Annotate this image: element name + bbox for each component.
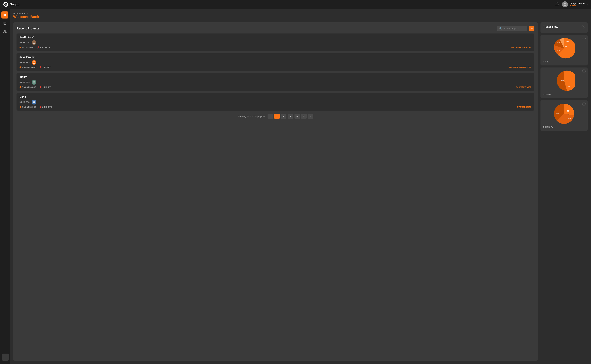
svg-rect-5 — [5, 14, 6, 15]
svg-text:33%: 33% — [568, 117, 571, 119]
svg-rect-4 — [4, 14, 5, 15]
members-label: MEMBERS: — [20, 81, 30, 83]
stats-title-card: Ticket Stats ? — [540, 22, 588, 33]
type-label: TYPE — [543, 61, 585, 63]
svg-text:19%: 19% — [556, 113, 559, 115]
svg-text:19%: 19% — [557, 49, 560, 51]
page-3-button[interactable]: 3 — [288, 114, 293, 119]
svg-text:48%: 48% — [567, 110, 570, 112]
project-author: BY KRISHNAN MASTER — [509, 66, 532, 68]
greeting: Good afternoon Welcome Back! — [13, 12, 588, 20]
priority-label: PRIORITY — [543, 126, 585, 128]
project-card: Ticket MEMBERS: — [17, 73, 534, 91]
content-area: Good afternoon Welcome Back! Recent Proj… — [10, 9, 591, 364]
project-tickets: 📌 6 TICKETS — [37, 46, 50, 49]
pin-icon: 📌 — [37, 46, 39, 49]
page-2-button[interactable]: 2 — [281, 114, 286, 119]
project-name: Portfolio v3 — [20, 36, 532, 39]
svg-text:14%: 14% — [567, 86, 570, 87]
project-meta: 23 DAYS AGO 📌 6 TICKETS — [20, 46, 50, 49]
info-icon[interactable]: i — [582, 37, 586, 40]
project-footer: 5 MONTHS AGO 📌 2 TICKETS BY USERDEMO — [20, 106, 532, 108]
members-row: MEMBERS: — [20, 40, 532, 45]
project-footer: 5 MONTHS AGO 📌 1 TICKET BY WQEEW WEE — [20, 86, 532, 88]
avatar — [32, 40, 36, 45]
sidebar-item-dashboard[interactable] — [1, 12, 8, 19]
stats-title: Ticket Stats — [543, 25, 558, 28]
expand-sidebar-button[interactable]: › — [2, 354, 9, 361]
svg-text:10%: 10% — [566, 41, 570, 43]
dot-icon — [20, 86, 21, 88]
project-author: BY OKOYE CHARLES — [511, 46, 532, 48]
info-icon[interactable]: ? — [582, 25, 585, 28]
user-info[interactable]: Okoye Charles ADMIN ▾ — [562, 1, 588, 7]
project-author: BY WQEEW WEE — [516, 86, 532, 88]
search-box[interactable]: 🔍 — [497, 26, 527, 31]
main-layout: Good afternoon Welcome Back! Recent Proj… — [0, 9, 591, 364]
project-meta: 5 MONTHS AGO 📌 2 TICKETS — [20, 106, 52, 108]
sidebar-item-tickets[interactable] — [1, 20, 8, 27]
logo-area: Buggo — [3, 2, 19, 7]
project-age: 5 MONTHS AGO — [20, 106, 36, 108]
project-meta: 4 MONTHS AGO 📌 1 TICKET — [20, 66, 51, 69]
avatar — [562, 1, 568, 7]
user-name-block: Okoye Charles ADMIN — [570, 2, 585, 7]
sidebar-item-team[interactable] — [1, 28, 8, 35]
status-label: STATUS — [543, 93, 585, 95]
greeting-sub: Good afternoon — [13, 12, 588, 15]
info-icon[interactable]: i — [582, 70, 586, 73]
page-5-button[interactable]: 5 — [301, 114, 307, 119]
add-project-button[interactable]: + — [529, 26, 534, 31]
avatar — [32, 60, 36, 65]
avatar — [32, 80, 36, 85]
project-meta: 5 MONTHS AGO 📌 1 TICKET — [20, 86, 51, 88]
page-1-button[interactable]: 1 — [274, 114, 280, 119]
type-chart: 52% 19% 19% 10% — [543, 38, 585, 59]
project-name: Java Project — [20, 56, 532, 59]
search-input[interactable] — [503, 27, 525, 30]
project-age: 23 DAYS AGO — [20, 46, 34, 48]
sidebar — [0, 9, 10, 364]
project-name: Echo — [20, 95, 532, 98]
pagination-info: Showing 0 - 4 of 19 projects — [237, 115, 265, 118]
project-card: Java Project MEMBERS: — [17, 53, 534, 71]
page-prev-button[interactable]: ‹ — [268, 114, 273, 119]
app-name: Buggo — [10, 3, 19, 6]
members-row: MEMBERS: — [20, 80, 532, 85]
svg-text:52%: 52% — [564, 46, 567, 48]
page-next-button[interactable]: › — [308, 114, 313, 119]
project-tickets: 📌 2 TICKETS — [39, 106, 52, 108]
search-icon: 🔍 — [499, 27, 502, 30]
logo-icon — [3, 2, 8, 7]
project-author: BY USERDEMO — [517, 106, 532, 108]
dot-icon — [20, 66, 21, 68]
top-nav: Buggo Okoye Charles ADMIN ▾ — [0, 0, 591, 9]
project-age: 5 MONTHS AGO — [20, 86, 36, 88]
info-icon[interactable]: i — [582, 102, 586, 105]
stats-status-card: i 86% 14% STATUS — [540, 67, 588, 98]
projects-panel: Recent Projects 🔍 + Portfolio v3 MEMBERS… — [13, 22, 538, 361]
project-tickets: 📌 1 TICKET — [39, 66, 51, 69]
project-card: Echo MEMBERS: — [17, 93, 534, 110]
projects-title: Recent Projects — [17, 27, 39, 30]
svg-point-12 — [33, 81, 35, 82]
bell-icon[interactable] — [555, 2, 559, 6]
svg-rect-7 — [5, 15, 6, 16]
ticket-stats-panel: Ticket Stats ? i — [540, 22, 588, 361]
user-role: ADMIN — [570, 5, 585, 7]
user-name: Okoye Charles — [570, 2, 585, 5]
stats-priority-card: i 48% 33% 19% PRIORITY — [540, 100, 588, 131]
greeting-main: Welcome Back! — [13, 15, 588, 19]
svg-point-9 — [4, 31, 5, 32]
members-label: MEMBERS: — [20, 61, 30, 64]
project-footer: 4 MONTHS AGO 📌 1 TICKET BY KRISHNAN MAST… — [20, 66, 532, 69]
members-label: MEMBERS: — [20, 42, 30, 44]
page-4-button[interactable]: 4 — [295, 114, 300, 119]
pin-icon: 📌 — [39, 66, 42, 69]
dot-icon — [20, 106, 21, 108]
svg-point-3 — [564, 3, 565, 4]
svg-point-2 — [5, 4, 6, 5]
stats-type-card: i 52% — [540, 35, 588, 65]
project-footer: 23 DAYS AGO 📌 6 TICKETS BY OKOYE CHARLES — [20, 46, 532, 49]
status-chart: 86% 14% — [543, 70, 585, 92]
